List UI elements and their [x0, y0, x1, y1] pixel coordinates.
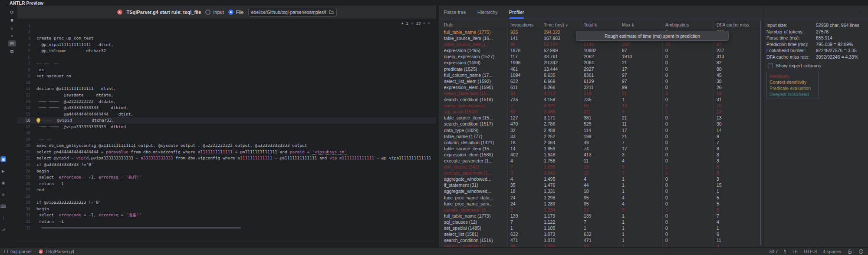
profiler-row[interactable]: execute_parameter (1...41.75811403	[439, 158, 763, 164]
profiler-row[interactable]: expression_elem (1590)6115.266321199026	[439, 84, 763, 90]
expert-columns-label[interactable]: Show expert columns	[776, 63, 821, 68]
profiler-table-header[interactable]: RuleInvocationsTime (ms)∨Total kMax kAmb…	[439, 21, 763, 29]
column-header[interactable]: Ambiguities	[662, 21, 713, 29]
stop-icon[interactable]: ■	[8, 17, 16, 23]
profiler-row[interactable]: select_statement (15...844.71251921319	[439, 90, 763, 96]
file-path-value[interactable]: ebelice/Github/tsql-parser/examples/big.…	[251, 10, 326, 15]
caret-position[interactable]: 30:7	[769, 249, 778, 254]
profiler-row[interactable]: sql_clauses (12)71.1227104	[439, 219, 763, 225]
code-line[interactable]: 3create proc up_com_test	[17, 35, 436, 42]
code-line[interactable]: 27end	[17, 187, 436, 193]
profiler-row[interactable]: sql_union (1549)523.4862119112	[439, 109, 763, 115]
profiler-row[interactable]: predicate (1525)46113.444292717080	[439, 66, 763, 72]
prev-issue-chevron-icon[interactable]: ∧	[423, 21, 425, 25]
code-line[interactable]: 24begin	[17, 168, 436, 175]
project-icon[interactable]: ▣	[0, 156, 6, 162]
profiler-row[interactable]: search_condition (1516)4711.0724711011	[439, 237, 763, 243]
profiler-row[interactable]: aggregate_windowed...41.4954103	[439, 176, 763, 182]
profiler-row[interactable]: table_name (1777)332.2521992109	[439, 133, 763, 139]
code-line[interactable]: 11declare @a1111111111111 dtint,	[17, 86, 436, 92]
profiler-row[interactable]: full_table_name (1773)1391.179139107	[439, 213, 763, 219]
tab-parse-tree[interactable]: Parse tree	[444, 6, 466, 19]
code-line[interactable]: 4 @p_vipa1111111111111 dtint,	[17, 42, 436, 48]
profiler-row[interactable]: select_list (1581)6321.073632106	[439, 231, 763, 237]
code-line[interactable]: 22select @vipid = vipid,@vipa33333333333…	[17, 155, 436, 162]
code-line[interactable]: 29if @vipa333333333333 !='0'	[17, 199, 436, 206]
file-radio[interactable]	[228, 10, 233, 15]
code-line[interactable]: 31 select errorcode = -1, errormsg = '准备…	[17, 212, 436, 219]
expert-columns-row[interactable]: Show expert columns	[766, 62, 868, 69]
code-line[interactable]: 18	[17, 130, 436, 136]
run-icon[interactable]: ▶	[0, 168, 6, 174]
encoding-indicator[interactable]: UTF-8	[804, 249, 817, 254]
code-line[interactable]: 6	[17, 54, 436, 61]
profiler-row[interactable]: select_list_elem (1592)6326.669612997038	[439, 78, 763, 84]
profiler-row[interactable]: search_condition (1519)7354.1587351031	[439, 96, 763, 103]
profiler-row[interactable]: expression (1495)197852.99910982970237	[439, 47, 763, 53]
editor-horizontal-scrollbar[interactable]	[41, 227, 241, 229]
column-header[interactable]: Max k	[619, 21, 662, 29]
profiler-row[interactable]: expression (1498)199820.342206421082	[439, 60, 763, 66]
profiler-row[interactable]: search_condition (15...891.05489114	[439, 243, 763, 247]
code-line[interactable]: 2	[17, 29, 436, 36]
pilcrow-icon[interactable]: ¶	[784, 249, 786, 254]
code-line[interactable]: 10	[17, 79, 436, 86]
profiler-row[interactable]: aggregate_windowed...181.33118101	[439, 188, 763, 194]
diagram-icon[interactable]: ⧉	[8, 48, 16, 54]
warning-count[interactable]: 2	[406, 21, 408, 26]
profiler-row[interactable]: expression_elem (1589)4021.948413308	[439, 152, 763, 158]
tab-hierarchy[interactable]: Hierarchy	[477, 6, 498, 19]
unlock-icon[interactable]	[847, 249, 852, 254]
column-header[interactable]: Rule	[439, 21, 507, 29]
code-line[interactable]: 9set nocount on	[17, 73, 436, 79]
next-issue-chevron-icon[interactable]: ∨	[427, 21, 430, 25]
profiler-row[interactable]: query_expression (1527)11748.76120621910…	[439, 53, 763, 60]
code-line[interactable]: 14 ─── ──── @a333333333333 dtkind,	[17, 105, 436, 111]
breadcrumb-file[interactable]: TSqlParser.g4	[46, 249, 75, 254]
indent-indicator[interactable]: 4 spaces	[823, 249, 841, 254]
associations-icon[interactable]: ⊞	[8, 40, 16, 46]
file-radio-label[interactable]: File	[236, 10, 244, 15]
code-line[interactable]: 23if @a333333333333 !='0'	[17, 162, 436, 168]
profiler-row[interactable]: update_statement (6...21.23421916	[439, 207, 763, 213]
profiler-row[interactable]: table_source_item (15...1273.17138121013	[439, 115, 763, 121]
profiler-row[interactable]: set_special (1485)11.1051101	[439, 225, 763, 231]
profiler-vertical-scrollbar[interactable]	[760, 21, 761, 245]
code-line[interactable]: 1	[17, 23, 436, 29]
profiler-row[interactable]: query_specification (...74.0219814216	[439, 103, 763, 109]
profiler-row[interactable]: if_statement (31)351.476441015	[439, 182, 763, 188]
column-header[interactable]: Total k	[581, 21, 619, 29]
code-editor[interactable]: 123create proc up_com_test4 @p_vipa11111…	[17, 19, 436, 242]
column-header[interactable]: DFA cache miss	[713, 21, 754, 29]
breadcrumb-project[interactable]: tsql-parser	[10, 249, 32, 254]
profiler-row[interactable]: data_type (1829)322.48811417014	[439, 127, 763, 133]
code-line[interactable]: 25 select errorcode = -1, errormsg = '执行…	[17, 174, 436, 181]
browse-folder-icon[interactable]	[329, 10, 334, 14]
profiler-row[interactable]: execute_statement (1...31.54212718	[439, 170, 763, 176]
profiler-row[interactable]: func_proc_name_data...241.29895405	[439, 195, 763, 201]
profiler-row[interactable]: dml_clause (242)71.69318515	[439, 164, 763, 170]
expert-columns-checkbox[interactable]	[768, 63, 773, 68]
refresh-icon[interactable]: ⟳	[8, 9, 16, 15]
column-header[interactable]: Invocations	[507, 21, 541, 29]
file-path-field[interactable]: ebelice/Github/tsql-parser/examples/big.…	[248, 8, 337, 17]
code-line[interactable]: 15 ─── ──── @a4444444444444444 dtint,	[17, 111, 436, 118]
input-radio-label[interactable]: Input	[213, 10, 224, 15]
profiler-row[interactable]: func_proc_name_serv...241.28995405	[439, 201, 763, 207]
code-line[interactable]: 21select @a4444444444444444 = paravalue …	[17, 149, 436, 156]
code-line[interactable]: 5 @p_tblname dtchar32	[17, 48, 436, 54]
profiler-row[interactable]: column_definition (1421)182.06449707	[439, 139, 763, 146]
code-line[interactable]: 13 ─── ──── @a2222222222 dtdate,	[17, 99, 436, 105]
version-control-icon[interactable]: ⎇	[0, 227, 6, 232]
profiler-row[interactable]: table_source_item (15...141.959741708	[439, 146, 763, 152]
tab-profiler[interactable]: Profiler	[509, 6, 524, 19]
intention-bulb-icon[interactable]	[36, 118, 40, 122]
typo-count[interactable]: 23	[416, 21, 421, 26]
code-line[interactable]: 20exec nb_com_getsysconfig @a11111111111…	[17, 142, 436, 149]
services-icon[interactable]: ◉	[0, 180, 6, 185]
code-line[interactable]: 19 ── ──	[17, 136, 436, 143]
problems-icon[interactable]: !	[0, 215, 6, 221]
code-line[interactable]: 8 as	[17, 67, 436, 73]
code-line[interactable]: 28	[17, 193, 436, 200]
column-header[interactable]: Time (ms)∨	[541, 21, 581, 29]
